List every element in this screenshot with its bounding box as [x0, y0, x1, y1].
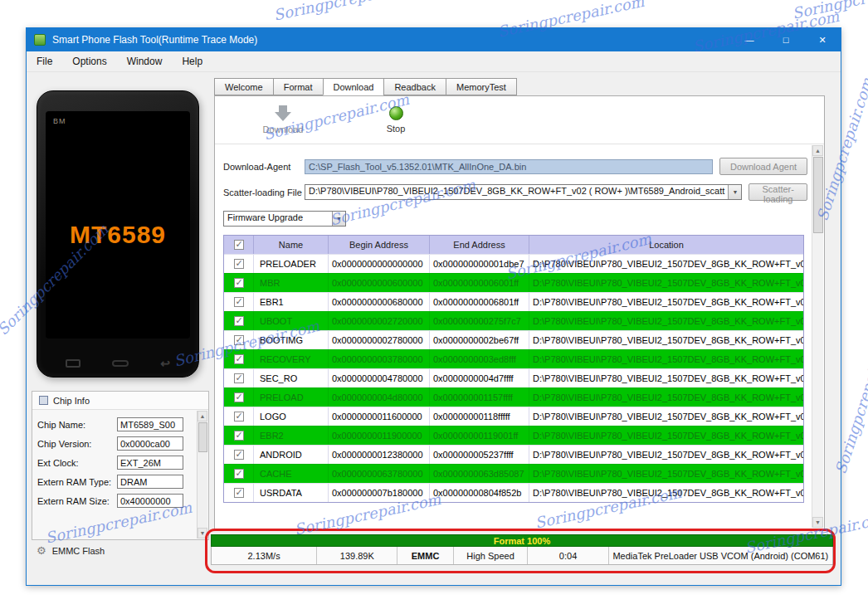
row-checkbox[interactable]	[234, 278, 244, 288]
scatter-file-combo[interactable]: D:\P780\VIBEUI\P780_VIBEUI2_1507DEV_8GB_…	[305, 184, 742, 200]
header-checkbox[interactable]	[234, 240, 244, 250]
ram-type-field[interactable]	[117, 475, 183, 489]
maximize-button[interactable]: □	[768, 28, 804, 51]
menu-options[interactable]: Options	[72, 56, 106, 67]
chip-info-scrollbar[interactable]: ▲ ▼	[197, 411, 207, 538]
cell-location: D:\P780\VIBEUI\P780_VIBEUI2_1507DEV_8GB_…	[529, 293, 803, 311]
scroll-down-icon[interactable]: ▼	[812, 517, 823, 528]
row-checkbox[interactable]	[234, 297, 244, 307]
cell-name: EBR2	[254, 426, 329, 445]
row-checkbox[interactable]	[234, 335, 244, 345]
ext-clock-field[interactable]	[117, 456, 183, 470]
tab-welcome[interactable]: Welcome	[214, 78, 273, 95]
chip-version-field[interactable]	[117, 436, 183, 451]
row-checkbox[interactable]	[234, 259, 244, 269]
cell-end-address: 0x00000000006001ff	[430, 274, 529, 292]
cell-name: UBOOT	[254, 312, 329, 330]
progress-label: Format 100%	[494, 536, 550, 546]
header-name[interactable]: Name	[254, 236, 329, 254]
ram-size-label: Extern RAM Size:	[37, 496, 117, 506]
menubar: File Options Window Help	[27, 51, 841, 72]
cell-name: BOOTIMG	[254, 331, 329, 349]
gear-icon: ⚙	[37, 545, 46, 556]
table-row[interactable]: ANDROID 0x0000000012380000 0x00000000523…	[224, 445, 803, 464]
cell-end-address: 0x0000000063d85087	[430, 465, 529, 483]
partition-table: Name Begin Address End Address Location …	[223, 235, 804, 503]
header-location[interactable]: Location	[529, 236, 803, 254]
close-button[interactable]: ✕	[804, 28, 841, 51]
cell-location: D:\P780\VIBEUI\P780_VIBEUI2_1507DEV_8GB_…	[529, 407, 803, 426]
table-scrollbar[interactable]: ▲ ▼	[812, 145, 823, 528]
table-row[interactable]: RECOVERY 0x0000000003780000 0x0000000003…	[224, 349, 803, 368]
table-row[interactable]: PRELOAD 0x0000000004d80000 0x00000000115…	[224, 387, 803, 407]
table-row[interactable]: PRELOADER 0x0000000000000000 0x000000000…	[224, 254, 803, 273]
scroll-down-icon[interactable]: ▼	[197, 528, 207, 538]
row-checkbox[interactable]	[234, 392, 244, 402]
mode-combo[interactable]: Firmware Upgrade ▼	[223, 211, 346, 227]
row-checkbox[interactable]	[234, 316, 244, 326]
cell-name: USRDATA	[254, 484, 329, 502]
cell-begin-address: 0x0000000011900000	[329, 426, 430, 445]
cell-end-address: 0x0000000003ed8fff	[430, 350, 529, 368]
table-row[interactable]: MBR 0x0000000000600000 0x00000000006001f…	[224, 273, 803, 292]
row-checkbox[interactable]	[234, 373, 244, 383]
row-checkbox[interactable]	[234, 450, 244, 460]
header-end-address[interactable]: End Address	[430, 236, 529, 254]
cell-location: D:\P780\VIBEUI\P780_VIBEUI2_1507DEV_8GB_…	[529, 465, 803, 483]
table-row[interactable]: LOGO 0x0000000011600000 0x00000000118fff…	[224, 407, 803, 426]
titlebar: Smart Phone Flash Tool(Runtime Trace Mod…	[27, 28, 841, 51]
download-agent-field[interactable]	[305, 159, 713, 174]
table-row[interactable]: SEC_RO 0x0000000004780000 0x0000000004d7…	[224, 368, 803, 387]
tab-strip: Welcome Format Download Readback MemoryT…	[214, 78, 517, 95]
chevron-down-icon[interactable]: ▼	[728, 185, 741, 199]
menu-file[interactable]: File	[37, 56, 52, 67]
panel-toolbar: Download Stop	[215, 96, 824, 144]
tab-readback[interactable]: Readback	[383, 78, 446, 95]
table-row[interactable]: USRDATA 0x000000007b180000 0x00000000804…	[224, 483, 803, 502]
cell-begin-address: 0x0000000004780000	[329, 369, 430, 387]
cell-location: D:\P780\VIBEUI\P780_VIBEUI2_1507DEV_8GB_…	[529, 426, 803, 445]
window-title: Smart Phone Flash Tool(Runtime Trace Mod…	[52, 34, 257, 46]
menu-help[interactable]: Help	[182, 56, 202, 67]
table-row[interactable]: EBR2 0x0000000011900000 0x00000000119001…	[224, 426, 803, 445]
tab-format[interactable]: Format	[273, 78, 323, 95]
stop-tool-button[interactable]: Stop	[363, 106, 429, 134]
row-checkbox[interactable]	[234, 354, 244, 364]
row-checkbox[interactable]	[234, 488, 244, 498]
row-checkbox[interactable]	[234, 412, 244, 422]
scrollbar-thumb[interactable]	[198, 422, 207, 452]
cell-location: D:\P780\VIBEUI\P780_VIBEUI2_1507DEV_8GB_…	[529, 350, 803, 368]
scrollbar-thumb[interactable]	[813, 157, 823, 233]
menu-window[interactable]: Window	[127, 56, 163, 67]
phone-preview: BM MT6589 ↩	[37, 90, 199, 378]
cell-end-address: 0x00000000118fffff	[430, 407, 529, 426]
table-row[interactable]: BOOTIMG 0x0000000002780000 0x0000000002b…	[224, 330, 803, 349]
row-checkbox[interactable]	[234, 469, 244, 479]
header-begin-address[interactable]: Begin Address	[329, 236, 430, 254]
tab-memorytest[interactable]: MemoryTest	[446, 78, 517, 95]
scroll-up-icon[interactable]: ▲	[812, 145, 823, 156]
download-agent-button[interactable]: Download Agent	[719, 158, 807, 175]
table-row[interactable]: CACHE 0x0000000063780000 0x0000000063d85…	[224, 464, 803, 483]
download-tool-button[interactable]: Download	[250, 105, 316, 134]
minimize-button[interactable]: —	[731, 28, 768, 51]
status-com-port: MediaTek PreLoader USB VCOM (Android) (C…	[609, 547, 832, 564]
row-checkbox[interactable]	[234, 431, 244, 441]
screenshot-canvas: Smart Phone Flash Tool(Runtime Trace Mod…	[0, 0, 868, 614]
download-panel: Download Stop Download-Agent Download Ag…	[214, 95, 825, 529]
table-row[interactable]: EBR1 0x0000000000680000 0x00000000006801…	[224, 292, 803, 311]
chevron-down-icon[interactable]: ▼	[332, 212, 345, 226]
cell-begin-address: 0x0000000003780000	[329, 350, 430, 368]
cell-begin-address: 0x0000000002720000	[329, 312, 430, 330]
ram-size-field[interactable]	[117, 494, 183, 508]
chip-name-field[interactable]	[117, 417, 183, 431]
tab-download[interactable]: Download	[323, 78, 384, 95]
cell-name: ANDROID	[254, 446, 329, 464]
scroll-up-icon[interactable]: ▲	[197, 411, 207, 422]
table-row[interactable]: UBOOT 0x0000000002720000 0x000000000275f…	[224, 311, 803, 330]
cell-end-address: 0x0000000002be67ff	[430, 331, 529, 349]
watermark: Soringpcrepair.com	[272, 0, 422, 24]
scatter-loading-button[interactable]: Scatter-loading	[749, 183, 807, 201]
cell-end-address: 0x000000001157ffff	[430, 388, 529, 407]
cell-name: CACHE	[254, 465, 329, 483]
